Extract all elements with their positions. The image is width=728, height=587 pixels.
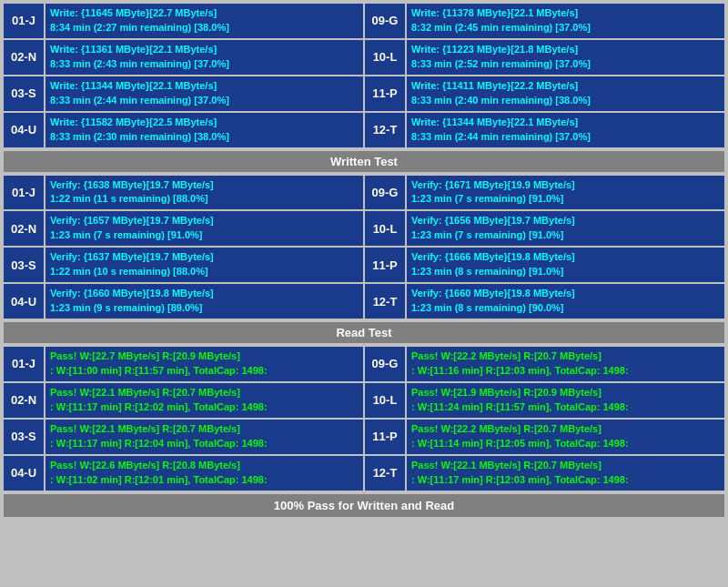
dev-id-02n-verify: 02-N: [4, 211, 44, 246]
read-row-4: 04-U Pass! W:[22.6 MByte/s] R:[20.8 MByt…: [4, 456, 724, 491]
dev-id-12t-write: 12-T: [365, 113, 405, 147]
dev-data-11p-verify: Verify: {1666 MByte}[19.8 MByte/s] 1:23 …: [407, 248, 724, 282]
dev-data-02n-verify: Verify: {1657 MByte}[19.7 MByte/s] 1:23 …: [46, 211, 363, 246]
dev-id-02n-write: 02-N: [4, 40, 44, 75]
dev-data-03s-verify: Verify: {1637 MByte}[19.7 MByte/s] 1:22 …: [46, 248, 363, 282]
read-row-2: 02-N Pass! W:[22.1 MByte/s] R:[20.7 MByt…: [4, 383, 724, 418]
dev-id-11p-verify: 11-P: [365, 248, 405, 282]
dev-data-11p-read: Pass! W:[22.2 MByte/s] R:[20.7 MByte/s] …: [407, 420, 724, 454]
write-row-3: 03-S Write: {11344 MByte}[22.1 MByte/s] …: [4, 76, 724, 111]
main-container: 01-J Write: {11645 MByte}[22.7 MByte/s] …: [0, 0, 728, 521]
dev-data-10l-verify: Verify: {1656 MByte}[19.7 MByte/s] 1:23 …: [407, 211, 724, 246]
dev-id-12t-verify: 12-T: [365, 284, 405, 319]
dev-id-11p-read: 11-P: [365, 420, 405, 454]
dev-data-09g-verify: Verify: {1671 MByte}[19.9 MByte/s] 1:23 …: [407, 176, 724, 210]
dev-id-11p-write: 11-P: [365, 76, 405, 111]
write-row-4: 04-U Write: {11582 MByte}[22.5 MByte/s] …: [4, 113, 724, 147]
dev-data-03s-read: Pass! W:[22.1 MByte/s] R:[20.7 MByte/s] …: [46, 420, 363, 454]
dev-data-01j-write: Write: {11645 MByte}[22.7 MByte/s] 8:34 …: [46, 4, 363, 38]
dev-id-01j-read: 01-J: [4, 347, 44, 381]
read-row-3: 03-S Pass! W:[22.1 MByte/s] R:[20.7 MByt…: [4, 420, 724, 454]
dev-id-04u-write: 04-U: [4, 113, 44, 147]
write-section: 01-J Write: {11645 MByte}[22.7 MByte/s] …: [4, 4, 724, 147]
dev-data-04u-write: Write: {11582 MByte}[22.5 MByte/s] 8:33 …: [46, 113, 363, 147]
dev-id-02n-read: 02-N: [4, 383, 44, 418]
write-row-1: 01-J Write: {11645 MByte}[22.7 MByte/s] …: [4, 4, 724, 38]
dev-id-09g-verify: 09-G: [365, 176, 405, 210]
read-section: 01-J Pass! W:[22.7 MByte/s] R:[20.9 MByt…: [4, 347, 724, 491]
dev-data-04u-verify: Verify: {1660 MByte}[19.8 MByte/s] 1:23 …: [46, 284, 363, 319]
dev-id-04u-verify: 04-U: [4, 284, 44, 319]
dev-data-10l-write: Write: {11223 MByte}[21.8 MByte/s] 8:33 …: [407, 40, 724, 75]
dev-id-03s-read: 03-S: [4, 420, 44, 454]
footer-bar: 100% Pass for Written and Read: [4, 494, 724, 517]
dev-id-01j-verify: 01-J: [4, 176, 44, 210]
verify-row-4: 04-U Verify: {1660 MByte}[19.8 MByte/s] …: [4, 284, 724, 319]
dev-data-09g-read: Pass! W:[22.2 MByte/s] R:[20.7 MByte/s] …: [407, 347, 724, 381]
verify-row-1: 01-J Verify: {1638 MByte}[19.7 MByte/s] …: [4, 176, 724, 210]
dev-data-01j-verify: Verify: {1638 MByte}[19.7 MByte/s] 1:22 …: [46, 176, 363, 210]
read-test-header: Read Test: [4, 322, 724, 343]
dev-data-04u-read: Pass! W:[22.6 MByte/s] R:[20.8 MByte/s] …: [46, 456, 363, 491]
dev-data-11p-write: Write: {11411 MByte}[22.2 MByte/s] 8:33 …: [407, 76, 724, 111]
dev-id-10l-verify: 10-L: [365, 211, 405, 246]
verify-section: 01-J Verify: {1638 MByte}[19.7 MByte/s] …: [4, 176, 724, 319]
dev-id-09g-write: 09-G: [365, 4, 405, 38]
read-row-1: 01-J Pass! W:[22.7 MByte/s] R:[20.9 MByt…: [4, 347, 724, 381]
dev-data-02n-read: Pass! W:[22.1 MByte/s] R:[20.7 MByte/s] …: [46, 383, 363, 418]
dev-id-12t-read: 12-T: [365, 456, 405, 491]
dev-data-12t-read: Pass! W:[22.1 MByte/s] R:[20.7 MByte/s] …: [407, 456, 724, 491]
dev-id-03s-verify: 03-S: [4, 248, 44, 282]
verify-row-2: 02-N Verify: {1657 MByte}[19.7 MByte/s] …: [4, 211, 724, 246]
dev-data-01j-read: Pass! W:[22.7 MByte/s] R:[20.9 MByte/s] …: [46, 347, 363, 381]
dev-data-12t-verify: Verify: {1660 MByte}[19.8 MByte/s] 1:23 …: [407, 284, 724, 319]
dev-data-09g-write: Write: {11378 MByte}[22.1 MByte/s] 8:32 …: [407, 4, 724, 38]
dev-id-03s-write: 03-S: [4, 76, 44, 111]
dev-data-03s-write: Write: {11344 MByte}[22.1 MByte/s] 8:33 …: [46, 76, 363, 111]
dev-id-09g-read: 09-G: [365, 347, 405, 381]
dev-data-12t-write: Write: {11344 MByte}[22.1 MByte/s] 8:33 …: [407, 113, 724, 147]
dev-id-10l-write: 10-L: [365, 40, 405, 75]
write-row-2: 02-N Write: {11361 MByte}[22.1 MByte/s] …: [4, 40, 724, 75]
verify-row-3: 03-S Verify: {1637 MByte}[19.7 MByte/s] …: [4, 248, 724, 282]
dev-data-10l-read: Pass! W:[21.9 MByte/s] R:[20.9 MByte/s] …: [407, 383, 724, 418]
dev-data-02n-write: Write: {11361 MByte}[22.1 MByte/s] 8:33 …: [46, 40, 363, 75]
dev-id-04u-read: 04-U: [4, 456, 44, 491]
written-test-header: Written Test: [4, 151, 724, 172]
dev-id-10l-read: 10-L: [365, 383, 405, 418]
dev-id-01j-write: 01-J: [4, 4, 44, 38]
